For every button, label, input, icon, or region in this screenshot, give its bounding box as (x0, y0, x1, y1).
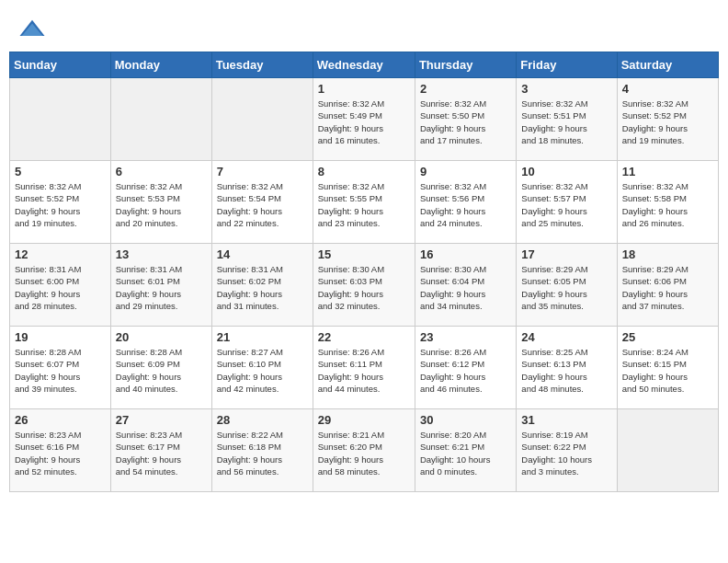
calendar-cell: 17Sunrise: 8:29 AM Sunset: 6:05 PM Dayli… (517, 244, 617, 327)
day-info: Sunrise: 8:26 AM Sunset: 6:11 PM Dayligh… (318, 346, 410, 395)
day-info: Sunrise: 8:32 AM Sunset: 5:50 PM Dayligh… (420, 98, 511, 146)
calendar-cell: 29Sunrise: 8:21 AM Sunset: 6:20 PM Dayli… (313, 409, 415, 492)
calendar-cell (211, 78, 313, 161)
day-number: 15 (318, 247, 410, 261)
day-info: Sunrise: 8:28 AM Sunset: 6:09 PM Dayligh… (116, 346, 207, 395)
calendar-week-row: 19Sunrise: 8:28 AM Sunset: 6:07 PM Dayli… (10, 327, 719, 409)
day-info: Sunrise: 8:26 AM Sunset: 6:12 PM Dayligh… (420, 346, 511, 395)
calendar-table: SundayMondayTuesdayWednesdayThursdayFrid… (9, 52, 719, 492)
day-info: Sunrise: 8:32 AM Sunset: 5:55 PM Dayligh… (318, 180, 410, 229)
day-info: Sunrise: 8:28 AM Sunset: 6:07 PM Dayligh… (15, 346, 106, 395)
day-number: 30 (420, 413, 511, 427)
day-number: 12 (15, 247, 106, 261)
calendar-cell: 7Sunrise: 8:32 AM Sunset: 5:54 PM Daylig… (211, 161, 313, 244)
day-of-week-header: Monday (110, 52, 211, 78)
day-info: Sunrise: 8:31 AM Sunset: 6:00 PM Dayligh… (15, 263, 106, 312)
day-info: Sunrise: 8:31 AM Sunset: 6:02 PM Dayligh… (217, 263, 308, 312)
day-of-week-header: Wednesday (313, 52, 415, 78)
day-number: 29 (318, 413, 410, 427)
calendar-cell: 15Sunrise: 8:30 AM Sunset: 6:03 PM Dayli… (313, 244, 415, 327)
calendar-cell: 13Sunrise: 8:31 AM Sunset: 6:01 PM Dayli… (110, 244, 211, 327)
calendar-cell: 27Sunrise: 8:23 AM Sunset: 6:17 PM Dayli… (110, 409, 211, 492)
calendar-cell: 3Sunrise: 8:32 AM Sunset: 5:51 PM Daylig… (517, 78, 617, 161)
day-number: 17 (521, 247, 611, 261)
day-of-week-header: Sunday (10, 52, 111, 78)
day-info: Sunrise: 8:32 AM Sunset: 5:53 PM Dayligh… (116, 180, 207, 229)
calendar-cell: 14Sunrise: 8:31 AM Sunset: 6:02 PM Dayli… (211, 244, 313, 327)
day-number: 3 (521, 82, 611, 96)
calendar-cell: 5Sunrise: 8:32 AM Sunset: 5:52 PM Daylig… (10, 161, 111, 244)
calendar-cell: 22Sunrise: 8:26 AM Sunset: 6:11 PM Dayli… (313, 327, 415, 409)
day-number: 31 (521, 413, 611, 427)
day-of-week-header: Saturday (617, 52, 718, 78)
day-number: 22 (318, 330, 410, 344)
calendar-cell: 26Sunrise: 8:23 AM Sunset: 6:16 PM Dayli… (10, 409, 111, 492)
logo-icon (18, 17, 46, 44)
calendar-cell: 2Sunrise: 8:32 AM Sunset: 5:50 PM Daylig… (415, 78, 516, 161)
day-number: 25 (622, 330, 713, 344)
day-info: Sunrise: 8:23 AM Sunset: 6:16 PM Dayligh… (15, 429, 106, 477)
calendar-week-row: 26Sunrise: 8:23 AM Sunset: 6:16 PM Dayli… (10, 409, 719, 492)
calendar-cell: 21Sunrise: 8:27 AM Sunset: 6:10 PM Dayli… (211, 327, 313, 409)
day-number: 26 (15, 413, 106, 427)
calendar-cell (617, 409, 718, 492)
calendar-cell: 11Sunrise: 8:32 AM Sunset: 5:58 PM Dayli… (617, 161, 718, 244)
calendar-cell: 10Sunrise: 8:32 AM Sunset: 5:57 PM Dayli… (517, 161, 617, 244)
day-number: 21 (217, 330, 308, 344)
calendar-cell: 12Sunrise: 8:31 AM Sunset: 6:00 PM Dayli… (10, 244, 111, 327)
day-number: 7 (217, 165, 308, 178)
day-info: Sunrise: 8:32 AM Sunset: 5:51 PM Dayligh… (521, 98, 611, 146)
calendar-cell: 16Sunrise: 8:30 AM Sunset: 6:04 PM Dayli… (415, 244, 516, 327)
page-header (9, 9, 719, 44)
day-number: 24 (521, 330, 611, 344)
day-info: Sunrise: 8:21 AM Sunset: 6:20 PM Dayligh… (318, 429, 410, 477)
day-number: 8 (318, 165, 410, 178)
day-number: 11 (622, 165, 713, 178)
day-number: 2 (420, 82, 511, 96)
day-info: Sunrise: 8:32 AM Sunset: 5:49 PM Dayligh… (318, 98, 410, 146)
day-info: Sunrise: 8:32 AM Sunset: 5:52 PM Dayligh… (622, 98, 713, 146)
calendar-cell: 8Sunrise: 8:32 AM Sunset: 5:55 PM Daylig… (313, 161, 415, 244)
day-info: Sunrise: 8:27 AM Sunset: 6:10 PM Dayligh… (217, 346, 308, 395)
day-number: 1 (318, 82, 410, 96)
day-number: 13 (116, 247, 207, 261)
logo (18, 17, 48, 44)
day-info: Sunrise: 8:25 AM Sunset: 6:13 PM Dayligh… (521, 346, 611, 395)
calendar-week-row: 1Sunrise: 8:32 AM Sunset: 5:49 PM Daylig… (10, 78, 719, 161)
day-info: Sunrise: 8:29 AM Sunset: 6:06 PM Dayligh… (622, 263, 713, 312)
calendar-cell: 9Sunrise: 8:32 AM Sunset: 5:56 PM Daylig… (415, 161, 516, 244)
day-info: Sunrise: 8:32 AM Sunset: 5:56 PM Dayligh… (420, 180, 511, 229)
day-number: 28 (217, 413, 308, 427)
day-info: Sunrise: 8:32 AM Sunset: 5:52 PM Dayligh… (15, 180, 106, 229)
day-number: 5 (15, 165, 106, 178)
calendar-cell: 31Sunrise: 8:19 AM Sunset: 6:22 PM Dayli… (517, 409, 617, 492)
day-number: 19 (15, 330, 106, 344)
day-info: Sunrise: 8:32 AM Sunset: 5:58 PM Dayligh… (622, 180, 713, 229)
day-info: Sunrise: 8:29 AM Sunset: 6:05 PM Dayligh… (521, 263, 611, 312)
calendar-week-row: 12Sunrise: 8:31 AM Sunset: 6:00 PM Dayli… (10, 244, 719, 327)
day-number: 4 (622, 82, 713, 96)
day-number: 27 (116, 413, 207, 427)
day-number: 9 (420, 165, 511, 178)
day-info: Sunrise: 8:30 AM Sunset: 6:03 PM Dayligh… (318, 263, 410, 312)
calendar-cell: 18Sunrise: 8:29 AM Sunset: 6:06 PM Dayli… (617, 244, 718, 327)
calendar-cell: 20Sunrise: 8:28 AM Sunset: 6:09 PM Dayli… (110, 327, 211, 409)
calendar-cell (110, 78, 211, 161)
day-info: Sunrise: 8:19 AM Sunset: 6:22 PM Dayligh… (521, 429, 611, 477)
calendar-cell: 28Sunrise: 8:22 AM Sunset: 6:18 PM Dayli… (211, 409, 313, 492)
day-number: 23 (420, 330, 511, 344)
days-header-row: SundayMondayTuesdayWednesdayThursdayFrid… (10, 52, 719, 78)
calendar-cell (10, 78, 111, 161)
day-of-week-header: Tuesday (211, 52, 313, 78)
day-number: 14 (217, 247, 308, 261)
calendar-cell: 30Sunrise: 8:20 AM Sunset: 6:21 PM Dayli… (415, 409, 516, 492)
calendar-week-row: 5Sunrise: 8:32 AM Sunset: 5:52 PM Daylig… (10, 161, 719, 244)
day-number: 18 (622, 247, 713, 261)
calendar-cell: 4Sunrise: 8:32 AM Sunset: 5:52 PM Daylig… (617, 78, 718, 161)
day-info: Sunrise: 8:32 AM Sunset: 5:54 PM Dayligh… (217, 180, 308, 229)
calendar-cell: 24Sunrise: 8:25 AM Sunset: 6:13 PM Dayli… (517, 327, 617, 409)
day-info: Sunrise: 8:24 AM Sunset: 6:15 PM Dayligh… (622, 346, 713, 395)
day-info: Sunrise: 8:23 AM Sunset: 6:17 PM Dayligh… (116, 429, 207, 477)
calendar-cell: 19Sunrise: 8:28 AM Sunset: 6:07 PM Dayli… (10, 327, 111, 409)
day-info: Sunrise: 8:30 AM Sunset: 6:04 PM Dayligh… (420, 263, 511, 312)
